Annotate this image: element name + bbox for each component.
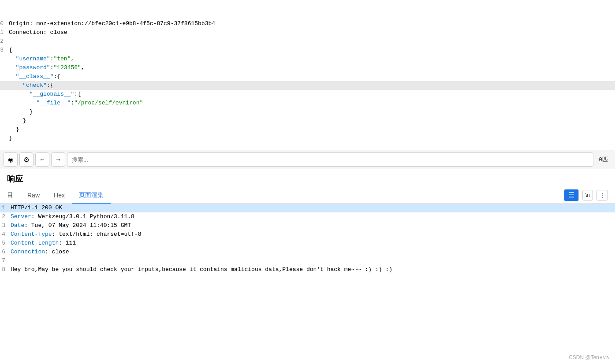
response-line: 7	[0, 256, 615, 265]
line-number: 4	[2, 230, 11, 239]
watermark: CSDN @Ten∧v∧	[569, 354, 610, 360]
line-content: Hey bro,May be you should check your inp…	[11, 265, 613, 274]
match-count: 0匹	[595, 156, 611, 163]
line-number: 3	[2, 221, 11, 230]
request-line: "password":"123456",	[0, 63, 615, 72]
response-line: 3Date: Tue, 07 May 2024 11:40:15 GMT	[0, 221, 615, 230]
response-line: 8Hey bro,May be you should check your in…	[0, 265, 615, 274]
response-header: 响应	[0, 169, 615, 184]
request-line: "__class__":{	[0, 72, 615, 81]
response-line: 1HTTP/1.1 200 OK	[0, 204, 615, 212]
line-content: Connection: close	[9, 28, 615, 37]
tabs-bar: 目 Raw Hex 页面渲染 ☰ \n ⋮	[0, 188, 615, 204]
forward-button[interactable]: →	[51, 152, 65, 167]
line-number: 0	[0, 19, 9, 28]
line-number: 2	[2, 212, 11, 221]
line-number: 6	[2, 248, 11, 256]
line-number: 1	[0, 28, 9, 37]
line-content: Server: Werkzeug/3.0.1 Python/3.11.8	[11, 212, 613, 221]
request-line: 2	[0, 37, 615, 46]
line-number: 3	[0, 46, 9, 55]
request-line: }	[0, 108, 615, 116]
back-button[interactable]: ←	[35, 152, 49, 167]
request-line: "__globals__":{	[0, 90, 615, 99]
line-content: HTTP/1.1 200 OK	[11, 204, 613, 212]
request-code-block: 0Origin: moz-extension://bfec20c1-e9b8-4…	[0, 0, 615, 145]
line-content: }	[9, 116, 615, 125]
response-body: 1HTTP/1.1 200 OK2Server: Werkzeug/3.0.1 …	[0, 204, 615, 274]
line-content: "__file__":"/proc/self/evniron"	[9, 99, 615, 108]
request-line: 0Origin: moz-extension://bfec20c1-e9b8-4…	[0, 19, 615, 28]
line-number: 1	[2, 204, 11, 212]
request-line: "__file__":"/proc/self/evniron"	[0, 99, 615, 108]
line-number: 2	[0, 37, 9, 46]
line-content: "password":"123456",	[9, 63, 615, 72]
search-toolbar: ◉ ⚙ ← → 0匹	[0, 150, 615, 169]
line-content: Content-Type: text/html; charset=utf-8	[11, 230, 613, 239]
request-line: }	[0, 125, 615, 134]
response-title: 响应	[7, 174, 608, 184]
line-content: "username":"ten",	[9, 55, 615, 63]
more-options-button[interactable]: ⋮	[596, 190, 608, 201]
line-content: Content-Length: 111	[11, 239, 613, 248]
line-content: Date: Tue, 07 May 2024 11:40:15 GMT	[11, 221, 613, 230]
request-line: "username":"ten",	[0, 55, 615, 63]
tabs-right-controls: ☰ \n ⋮	[564, 189, 608, 201]
line-number: 8	[2, 265, 11, 274]
tab-hex[interactable]: Hex	[47, 188, 72, 203]
response-line: 5Content-Length: 111	[0, 239, 615, 248]
search-input[interactable]	[67, 152, 593, 167]
line-number: 7	[2, 256, 11, 265]
request-line: 3{	[0, 46, 615, 55]
line-number: 5	[2, 239, 11, 248]
line-content: }	[9, 134, 615, 143]
response-line: 6Connection: close	[0, 248, 615, 256]
newline-button[interactable]: \n	[582, 190, 593, 201]
list-icon-button[interactable]: ☰	[564, 189, 579, 201]
request-line: }	[0, 134, 615, 143]
request-line: 1Connection: close	[0, 28, 615, 37]
line-content: {	[9, 46, 615, 55]
response-section: 响应 目 Raw Hex 页面渲染 ☰ \n ⋮ 1HTTP/1.1 200 O…	[0, 169, 615, 274]
tab-page-render[interactable]: 页面渲染	[72, 188, 111, 204]
line-content: "check":{	[9, 81, 615, 90]
circle-icon-btn[interactable]: ◉	[4, 152, 18, 167]
line-content: Origin: moz-extension://bfec20c1-e9b8-4f…	[9, 19, 615, 28]
line-content: }	[9, 108, 615, 116]
response-line: 2Server: Werkzeug/3.0.1 Python/3.11.8	[0, 212, 615, 221]
request-line: }	[0, 116, 615, 125]
request-section: 0Origin: moz-extension://bfec20c1-e9b8-4…	[0, 0, 615, 150]
tab-mu[interactable]: 目	[7, 188, 20, 204]
response-line: 4Content-Type: text/html; charset=utf-8	[0, 230, 615, 239]
request-line: "check":{	[0, 81, 615, 90]
settings-button[interactable]: ⚙	[19, 152, 34, 167]
line-content: "__class__":{	[9, 72, 615, 81]
line-content: "__globals__":{	[9, 90, 615, 99]
line-content: }	[9, 125, 615, 134]
tab-raw[interactable]: Raw	[20, 188, 47, 203]
line-content: Connection: close	[11, 248, 613, 256]
